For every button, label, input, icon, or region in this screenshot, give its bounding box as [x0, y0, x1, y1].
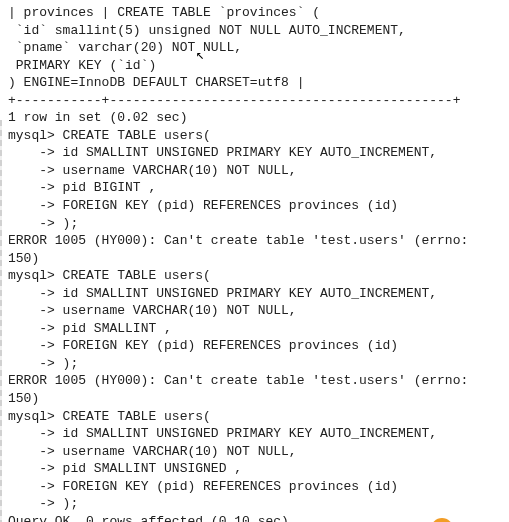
terminal-line: +-----------+---------------------------…: [8, 92, 501, 110]
watermark-badge-icon: CX: [431, 518, 453, 523]
terminal-line: -> username VARCHAR(10) NOT NULL,: [8, 443, 501, 461]
terminal-error-line: ERROR 1005 (HY000): Can't create table '…: [8, 232, 501, 267]
terminal-line: -> id SMALLINT UNSIGNED PRIMARY KEY AUTO…: [8, 285, 501, 303]
terminal-prompt-line[interactable]: mysql> CREATE TABLE users(: [8, 408, 501, 426]
terminal-line: -> pid SMALLINT UNSIGNED ,: [8, 460, 501, 478]
terminal-prompt-line[interactable]: mysql> CREATE TABLE users(: [8, 267, 501, 285]
watermark: CX 创新互联: [431, 518, 501, 523]
terminal-line: -> pid BIGINT ,: [8, 179, 501, 197]
window-border-sliver: [0, 120, 2, 522]
terminal-line: -> FOREIGN KEY (pid) REFERENCES province…: [8, 337, 501, 355]
terminal-line: -> pid SMALLINT ,: [8, 320, 501, 338]
terminal-line: `pname` varchar(20) NOT NULL,: [8, 39, 501, 57]
terminal-success-line: Query OK, 0 rows affected (0.10 sec): [8, 513, 501, 522]
terminal-line: ) ENGINE=InnoDB DEFAULT CHARSET=utf8 |: [8, 74, 501, 92]
terminal-line: -> );: [8, 355, 501, 373]
terminal-line: | provinces | CREATE TABLE `provinces` (: [8, 4, 501, 22]
terminal-prompt-line[interactable]: mysql> CREATE TABLE users(: [8, 127, 501, 145]
terminal-line: -> username VARCHAR(10) NOT NULL,: [8, 302, 501, 320]
terminal-line: -> username VARCHAR(10) NOT NULL,: [8, 162, 501, 180]
terminal-line: -> id SMALLINT UNSIGNED PRIMARY KEY AUTO…: [8, 425, 501, 443]
terminal-line: -> );: [8, 215, 501, 233]
terminal-line: -> FOREIGN KEY (pid) REFERENCES province…: [8, 197, 501, 215]
terminal-line: PRIMARY KEY (`id`): [8, 57, 501, 75]
terminal-line: -> id SMALLINT UNSIGNED PRIMARY KEY AUTO…: [8, 144, 501, 162]
terminal-line: -> FOREIGN KEY (pid) REFERENCES province…: [8, 478, 501, 496]
terminal-error-line: ERROR 1005 (HY000): Can't create table '…: [8, 372, 501, 407]
terminal-line: 1 row in set (0.02 sec): [8, 109, 501, 127]
terminal-line: -> );: [8, 495, 501, 513]
terminal-line: `id` smallint(5) unsigned NOT NULL AUTO_…: [8, 22, 501, 40]
